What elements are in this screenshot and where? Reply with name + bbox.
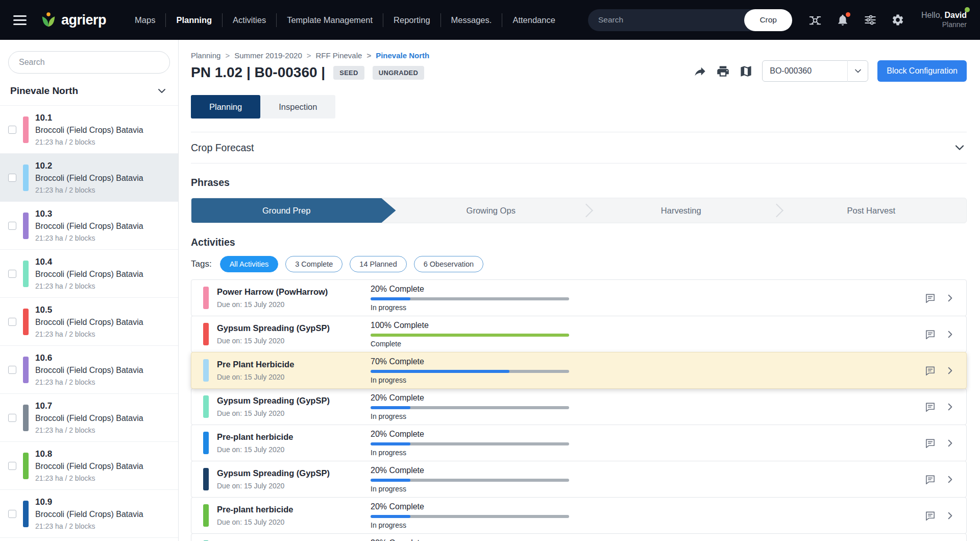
sidebar-block-item[interactable]: 10.5 Broccoli (Field Crops) Batavia 21:2… xyxy=(0,298,178,346)
block-configuration-button[interactable]: Block Configuration xyxy=(877,60,967,82)
block-meta: 21:23 ha / 2 blocks xyxy=(35,137,143,147)
user-menu[interactable]: Hello, David Planner xyxy=(921,10,967,30)
sliders-icon[interactable] xyxy=(864,13,877,27)
block-checkbox[interactable] xyxy=(8,174,16,182)
breadcrumb-item[interactable]: Planning xyxy=(191,51,220,60)
sidebar-search-input[interactable] xyxy=(8,51,170,74)
navbar-item[interactable]: Attendance xyxy=(502,13,565,27)
comment-icon[interactable] xyxy=(924,474,936,485)
activity-status: In progress xyxy=(371,485,569,493)
activity-progress: 100% Complete Complete xyxy=(371,321,569,348)
menu-icon[interactable] xyxy=(13,13,27,28)
print-icon[interactable] xyxy=(716,64,730,78)
crop-forecast-section[interactable]: Crop Forecast xyxy=(191,132,967,163)
chevron-right-icon[interactable] xyxy=(944,365,956,377)
chevron-right-icon[interactable] xyxy=(944,510,956,522)
sidebar-group-header[interactable]: Pinevale North xyxy=(0,82,178,105)
sidebar-block-item[interactable]: 10.8 Broccoli (Field Crops) Batavia 21:2… xyxy=(0,442,178,490)
block-texts: 10.3 Broccoli (Field Crops) Batavia 21:2… xyxy=(35,208,143,243)
navbar-item[interactable]: Reporting xyxy=(383,13,440,27)
activity-status: In progress xyxy=(371,303,569,312)
phrases-title: Phrases xyxy=(191,177,967,189)
activity-actions xyxy=(924,474,956,485)
block-checkbox[interactable] xyxy=(8,414,16,422)
activity-row[interactable]: Pre-plant herbicide Due on: 15 July 2020… xyxy=(191,533,967,541)
comment-icon[interactable] xyxy=(924,328,936,340)
activity-row[interactable]: Gypsum Spreading (GypSP) Due on: 15 July… xyxy=(191,461,967,498)
block-checkbox[interactable] xyxy=(8,462,16,470)
map-icon[interactable] xyxy=(739,64,753,78)
block-checkbox[interactable] xyxy=(8,270,16,278)
chevron-down-icon[interactable] xyxy=(847,60,868,82)
block-select-dropdown[interactable]: BO-000360 xyxy=(762,60,868,82)
tag-filter-pill[interactable]: 14 Planned xyxy=(350,256,406,272)
chevron-right-icon[interactable] xyxy=(944,401,956,413)
phase-step[interactable]: Harvesting xyxy=(586,198,776,223)
chevron-down-icon[interactable] xyxy=(156,85,168,97)
block-checkbox[interactable] xyxy=(8,318,16,326)
sidebar-block-item[interactable]: 10.7 Broccoli (Field Crops) Batavia 21:2… xyxy=(0,394,178,442)
navbar-item[interactable]: Template Management xyxy=(276,13,383,27)
tag-filter-pill[interactable]: 3 Complete xyxy=(285,256,342,272)
chevron-right-icon[interactable] xyxy=(944,328,956,340)
sidebar-block-item[interactable]: 10.1 Broccoli (Field Crops) Batavia 21:2… xyxy=(0,106,178,154)
breadcrumb-item[interactable]: Pinevale North xyxy=(362,51,429,60)
phase-step[interactable]: Post Harvest xyxy=(776,198,967,223)
activity-row[interactable]: Power Harrow (PowHarrow) Due on: 15 July… xyxy=(191,279,967,316)
navbar-item[interactable]: Activities xyxy=(222,13,276,27)
global-search-input[interactable] xyxy=(588,15,744,25)
activity-row[interactable]: Pre Plant Herbicide Due on: 15 July 2020… xyxy=(191,352,967,389)
notifications-bell-icon[interactable] xyxy=(836,13,849,27)
sidebar-block-item[interactable]: 10.9 Broccoli (Field Crops) Batavia 21:2… xyxy=(0,490,178,538)
search-scope-dropdown[interactable]: Crop xyxy=(744,9,792,31)
tag-filter-pill[interactable]: 6 Obeservation xyxy=(414,256,483,272)
phase-step[interactable]: Ground Prep xyxy=(191,198,396,223)
activity-row[interactable]: Pre-plant herbicide Due on: 15 July 2020… xyxy=(191,425,967,461)
tab[interactable]: Inspection xyxy=(260,95,335,119)
navbar-item[interactable]: Maps xyxy=(125,13,165,27)
activity-title: Gypsum Spreading (GypSP) xyxy=(217,468,371,479)
sidebar-block-item[interactable]: 10.4 Broccoli (Field Crops) Batavia 21:2… xyxy=(0,250,178,298)
sidebar-block-item[interactable]: 10.6 Broccoli (Field Crops) Batavia 21:2… xyxy=(0,346,178,394)
comment-icon[interactable] xyxy=(924,401,936,413)
block-checkbox[interactable] xyxy=(8,510,16,518)
app-logo[interactable]: agrierp xyxy=(39,10,106,30)
block-checkbox[interactable] xyxy=(8,126,16,134)
chevron-right-icon[interactable] xyxy=(944,292,956,304)
block-color-bar xyxy=(23,116,29,143)
share-icon[interactable] xyxy=(693,64,707,78)
activity-row[interactable]: Gypsum Spreading (GypSP) Due on: 15 July… xyxy=(191,388,967,425)
block-checkbox[interactable] xyxy=(8,366,16,374)
tab[interactable]: Planning xyxy=(191,95,260,119)
chevron-right-icon[interactable] xyxy=(944,437,956,449)
breadcrumb-item[interactable]: RFF Pinevale xyxy=(302,51,362,60)
activity-info: Gypsum Spreading (GypSP) Due on: 15 July… xyxy=(217,323,371,346)
chevron-down-icon[interactable] xyxy=(952,140,967,155)
block-checkbox[interactable] xyxy=(8,222,16,230)
settings-gear-icon[interactable] xyxy=(891,13,904,27)
sidebar-block-item[interactable]: 10.3 Broccoli (Field Crops) Batavia 21:2… xyxy=(0,202,178,250)
tag-filter-pill[interactable]: All Activities xyxy=(220,256,279,272)
activity-progress-fill xyxy=(371,515,410,518)
activity-info: Power Harrow (PowHarrow) Due on: 15 July… xyxy=(217,287,371,310)
tags-pills: All Activities 3 Complete 14 Planned 6 O… xyxy=(220,256,483,272)
comment-icon[interactable] xyxy=(924,510,936,522)
navbar-item[interactable]: Planning xyxy=(165,13,222,27)
comment-icon[interactable] xyxy=(924,292,936,304)
comment-icon[interactable] xyxy=(924,437,936,449)
phase-label: Harvesting xyxy=(661,206,701,216)
sidebar-block-item[interactable]: 10.2 Broccoli (Field Crops) Batavia 21:2… xyxy=(0,154,178,202)
tab-label: Inspection xyxy=(279,102,317,112)
drone-icon[interactable] xyxy=(808,13,822,27)
activity-row[interactable]: Pre-plant herbicide Due on: 15 July 2020… xyxy=(191,497,967,534)
comment-icon[interactable] xyxy=(924,365,936,377)
chevron-right-icon[interactable] xyxy=(944,474,956,485)
navbar-item[interactable]: Messages. xyxy=(440,13,502,27)
block-code: 10.2 xyxy=(35,160,143,172)
activity-progress-bar xyxy=(371,334,569,337)
activity-info: Gypsum Spreading (GypSP) Due on: 15 July… xyxy=(217,468,371,491)
activity-color-bar xyxy=(203,504,209,527)
phase-step[interactable]: Growing Ops xyxy=(396,198,586,223)
breadcrumb-item[interactable]: Summer 2019-2020 xyxy=(220,51,302,60)
activity-row[interactable]: Gypsum Spreading (GypSP) Due on: 15 July… xyxy=(191,316,967,352)
